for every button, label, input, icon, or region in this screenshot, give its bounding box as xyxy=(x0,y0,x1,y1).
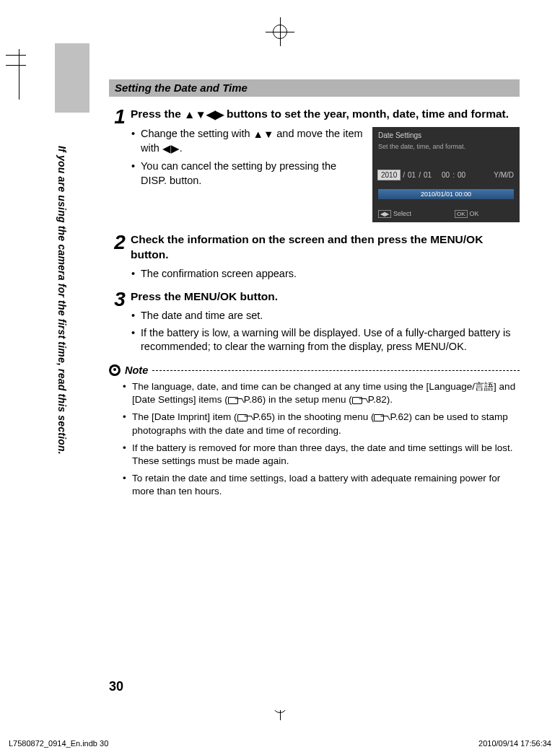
up-down-left-right-icons: ▲▼◀▶ xyxy=(184,108,224,123)
note-heading: Note xyxy=(109,364,520,376)
step-3-bullet-1: The date and time are set. xyxy=(131,309,520,323)
note-dashed-line xyxy=(152,370,520,371)
step-number: 1 xyxy=(109,107,131,222)
note-item-3: If the battery is removed for more than … xyxy=(122,442,520,468)
section-title: Setting the Date and Time xyxy=(109,79,520,97)
step-2-bullet-1: The confirmation screen appears. xyxy=(131,267,520,281)
vertical-section-label: If you are using the camera for the firs… xyxy=(56,146,68,455)
step-3-bullet-2: If the battery is low, a warning will be… xyxy=(131,326,520,354)
step-1-bullet-2: You can cancel the setting by pressing t… xyxy=(131,159,364,188)
note-item-2: The [Date Imprint] item (P.65) in the sh… xyxy=(122,411,520,437)
screenshot-bar: 2010/01/01 00:00 xyxy=(378,189,514,199)
screenshot-footer: ◀▶Select OKOK xyxy=(378,210,479,218)
footer-left: L7580872_0914_En.indb 30 xyxy=(9,739,108,748)
manual-page: If you are using the camera for the firs… xyxy=(64,48,540,710)
camera-screenshot: Date Settings Set the date, time, and fo… xyxy=(372,127,520,222)
step-3-title: Press the MENU/OK button. xyxy=(131,289,520,305)
step-1-title: Press the ▲▼◀▶ buttons to set the year, … xyxy=(131,107,520,123)
step-1: 1 Press the ▲▼◀▶ buttons to set the year… xyxy=(109,107,520,222)
reference-icon xyxy=(374,413,390,421)
screenshot-subtitle: Set the date, time, and format. xyxy=(378,143,465,150)
up-down-icons: ▲▼ xyxy=(253,128,274,142)
step-2-title: Check the information on the screen and … xyxy=(131,232,520,263)
note-label: Note xyxy=(125,364,148,376)
left-right-icons: ◀▶ xyxy=(162,142,180,157)
crop-mark-left xyxy=(16,49,22,100)
step-3: 3 Press the MENU/OK button. The date and… xyxy=(109,289,520,357)
note-item-4: To retain the date and time settings, lo… xyxy=(122,472,520,498)
note-icon xyxy=(109,364,121,376)
reference-icon xyxy=(352,395,368,403)
step-2: 2 Check the information on the screen an… xyxy=(109,232,520,284)
step-number: 3 xyxy=(109,289,131,357)
step-1-bullet-1: Change the setting with ▲▼ and move the … xyxy=(131,127,364,157)
note-item-1: The language, date, and time can be chan… xyxy=(122,380,520,406)
step-number: 2 xyxy=(109,232,131,284)
reference-icon xyxy=(228,395,244,403)
side-tab xyxy=(55,43,89,113)
reference-icon xyxy=(237,413,253,421)
screenshot-date-row: 2010/ 01/ 01 00: 00 Y/M/D xyxy=(378,170,514,180)
print-footer: L7580872_0914_En.indb 30 2010/09/14 17:5… xyxy=(9,739,551,748)
page-number: 30 xyxy=(109,679,123,694)
crop-mark-top xyxy=(266,17,294,46)
footer-right: 2010/09/14 17:56:34 xyxy=(478,739,551,748)
screenshot-title: Date Settings xyxy=(378,131,421,139)
